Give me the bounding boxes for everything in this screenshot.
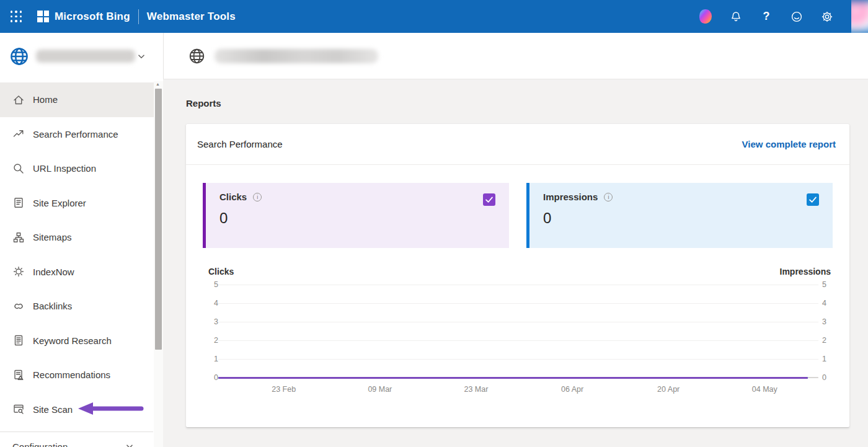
sidebar-item-label: Site Explorer xyxy=(33,198,86,208)
card-header: Search Performance View complete report xyxy=(186,124,849,165)
metric-checkbox[interactable] xyxy=(807,193,819,206)
x-tick-label: 20 Apr xyxy=(657,385,680,394)
help-icon[interactable]: ? xyxy=(760,11,773,23)
chart-axis-names: Clicks Impressions xyxy=(186,267,849,277)
scrollbar-up-arrow-icon[interactable]: ▲ xyxy=(156,82,160,86)
y-tick-label: 4 xyxy=(214,299,218,308)
metric-checkbox[interactable] xyxy=(483,193,495,206)
doc-warning-icon xyxy=(12,369,25,381)
top-app-bar: Microsoft Bing Webmaster Tools ? xyxy=(0,0,868,33)
sidebar-item-label: Home xyxy=(33,94,58,105)
sidebar-nav: Home Search Performance URL Inspection S… xyxy=(0,79,163,427)
sidebar-item-site-scan[interactable]: Site Scan xyxy=(0,392,163,427)
metric-value: 0 xyxy=(219,210,509,227)
sidebar-item-url-inspection[interactable]: URL Inspection xyxy=(0,151,163,186)
metric-label: Impressions xyxy=(543,192,598,202)
y-tick-label: 3 xyxy=(214,317,218,326)
sidebar-item-sitemaps[interactable]: Sitemaps xyxy=(0,220,163,255)
sidebar-item-label: Backlinks xyxy=(33,301,72,311)
y-tick-label: 1 xyxy=(822,355,826,363)
sidebar-item-keyword-research[interactable]: Keyword Research xyxy=(0,324,163,358)
browser-scan-icon xyxy=(12,403,25,415)
y-axis-right: 543210 xyxy=(818,285,831,378)
line-chart: 543210 543210 xyxy=(186,285,849,378)
sidebar-item-home[interactable]: Home xyxy=(0,82,163,117)
sidebar-item-label: Recommendations xyxy=(33,370,110,380)
right-axis-name: Impressions xyxy=(780,267,831,277)
feedback-smiley-icon[interactable] xyxy=(790,11,803,23)
explorer-icon xyxy=(12,197,25,209)
tile-accent-bar xyxy=(526,183,529,248)
gridline xyxy=(218,340,818,341)
x-tick-label: 09 Mar xyxy=(368,385,392,394)
app-launcher-waffle-icon[interactable] xyxy=(8,9,24,25)
sidebar-scrollbar[interactable]: ▲ xyxy=(154,81,163,447)
sidebar-item-backlinks[interactable]: Backlinks xyxy=(0,289,163,324)
notifications-bell-icon[interactable] xyxy=(730,11,742,23)
user-avatar[interactable] xyxy=(851,0,868,33)
site-name-redacted xyxy=(36,50,135,63)
left-axis-name: Clicks xyxy=(208,267,234,277)
sidebar-divider xyxy=(0,432,153,432)
x-tick-label: 23 Feb xyxy=(272,385,296,394)
search-performance-card: Search Performance View complete report … xyxy=(186,124,849,427)
sidebar-item-site-explorer[interactable]: Site Explorer xyxy=(0,186,163,221)
card-title: Search Performance xyxy=(197,139,283,149)
sitemap-icon xyxy=(12,231,25,244)
trend-icon xyxy=(12,128,25,140)
metric-value: 0 xyxy=(543,210,833,227)
page-title: Reports xyxy=(186,98,868,108)
y-tick-label: 5 xyxy=(822,280,826,289)
y-tick-label: 0 xyxy=(822,373,826,382)
x-tick-label: 04 May xyxy=(752,385,777,394)
gridline xyxy=(218,359,818,360)
view-complete-report-link[interactable]: View complete report xyxy=(742,139,836,149)
chevron-down-icon xyxy=(124,441,135,447)
settings-gear-icon[interactable] xyxy=(821,11,833,23)
sidebar: Home Search Performance URL Inspection S… xyxy=(0,33,163,447)
y-tick-label: 2 xyxy=(214,336,218,345)
sidebar-item-search-performance[interactable]: Search Performance xyxy=(0,117,163,152)
x-axis: 23 Feb09 Mar23 Mar06 Apr20 Apr04 May xyxy=(218,385,831,395)
link-icon xyxy=(12,300,25,312)
y-tick-label: 0 xyxy=(214,373,218,382)
sidebar-item-indexnow[interactable]: IndexNow xyxy=(0,255,163,290)
site-url-redacted xyxy=(215,49,378,63)
site-globe-icon xyxy=(188,47,206,65)
y-tick-label: 5 xyxy=(214,280,218,289)
y-tick-label: 2 xyxy=(822,336,826,345)
sidebar-item-label: Site Scan xyxy=(33,404,73,415)
brand-divider xyxy=(138,9,139,24)
x-tick-label: 23 Mar xyxy=(464,385,488,394)
gridline xyxy=(218,322,818,322)
y-tick-label: 3 xyxy=(822,317,826,326)
x-tick-label: 06 Apr xyxy=(561,385,583,394)
doc-list-icon xyxy=(12,334,25,347)
metric-tile-impressions[interactable]: Impressions i 0 xyxy=(526,183,833,248)
sidebar-item-label: URL Inspection xyxy=(33,163,96,174)
sidebar-item-label: Sitemaps xyxy=(33,232,72,242)
check-icon xyxy=(484,194,495,205)
chevron-down-icon[interactable] xyxy=(136,51,147,62)
home-icon xyxy=(12,94,25,106)
gridline xyxy=(218,285,818,285)
scrollbar-thumb[interactable] xyxy=(155,89,162,350)
metric-tiles: Clicks i 0 Impressions i 0 xyxy=(186,183,849,248)
series-line-clicks xyxy=(218,377,808,379)
chart-plot-area xyxy=(218,285,818,378)
site-selector[interactable] xyxy=(0,33,163,79)
brand-primary: Microsoft Bing xyxy=(55,11,130,23)
check-icon xyxy=(807,194,818,205)
metric-label: Clicks xyxy=(219,192,247,202)
configuration-label: Configuration xyxy=(12,441,68,447)
sidebar-section-configuration[interactable]: Configuration xyxy=(0,434,163,447)
info-icon[interactable]: i xyxy=(253,193,262,201)
sidebar-item-recommendations[interactable]: Recommendations xyxy=(0,358,163,392)
metric-tile-clicks[interactable]: Clicks i 0 xyxy=(203,183,509,248)
sidebar-item-label: IndexNow xyxy=(33,267,74,277)
copilot-icon[interactable] xyxy=(699,11,712,23)
info-icon[interactable]: i xyxy=(604,193,613,201)
y-axis-left: 543210 xyxy=(208,285,218,378)
gear-spark-icon xyxy=(12,265,25,278)
y-tick-label: 4 xyxy=(822,299,826,308)
